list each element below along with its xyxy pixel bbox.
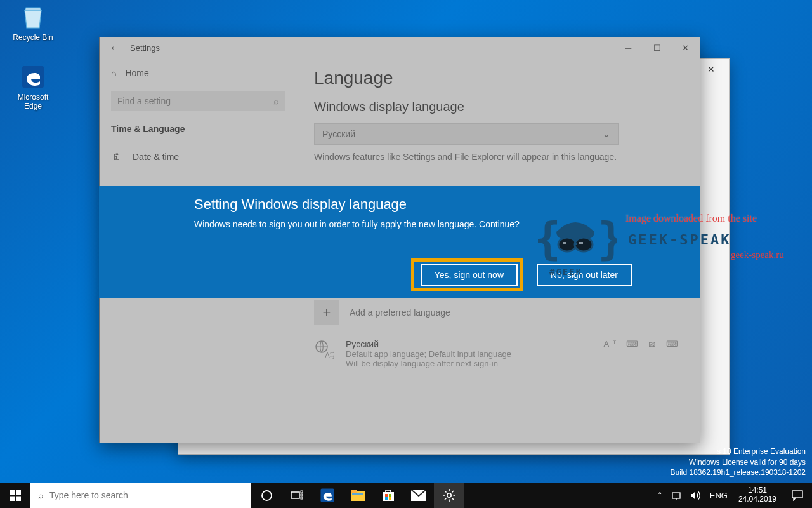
- desktop-icon-label: Microsoft Edge: [18, 93, 49, 110]
- modal-title: Setting Windows display language: [194, 196, 605, 213]
- svg-rect-26: [385, 497, 388, 500]
- svg-rect-13: [16, 496, 21, 501]
- signout-modal: Setting Windows display language Windows…: [99, 186, 700, 298]
- sidebar-item-datetime[interactable]: 🗓 Date & time: [100, 144, 296, 170]
- language-icon: A字: [314, 339, 334, 359]
- action-center-button[interactable]: [783, 490, 812, 501]
- svg-rect-25: [389, 494, 391, 497]
- add-language-label: Add a preferred language: [350, 307, 450, 318]
- tray-network-icon[interactable]: [667, 483, 686, 508]
- svg-rect-20: [351, 491, 365, 501]
- window-title: Settings: [130, 43, 160, 53]
- folder-icon: [351, 490, 365, 501]
- close-button[interactable]: ✕: [671, 38, 700, 57]
- taskbar-app-explorer[interactable]: [343, 483, 373, 508]
- system-tray: ˄ ENG 14:51 24.04.2019: [653, 483, 812, 508]
- svg-rect-18: [301, 497, 303, 499]
- eval-line: s 10 Enterprise Evaluation: [670, 446, 806, 457]
- gear-icon: [443, 489, 455, 502]
- sidebar-home[interactable]: ⌂ Home: [100, 60, 296, 86]
- display-language-dropdown[interactable]: Русский ⌄: [314, 123, 619, 145]
- svg-rect-21: [351, 490, 357, 493]
- calendar-icon: 🗓: [111, 152, 122, 162]
- svg-rect-27: [389, 497, 391, 500]
- sidebar-item-label: Date & time: [133, 152, 179, 162]
- sidebar-category: Time & Language: [100, 121, 296, 144]
- svg-rect-22: [352, 493, 363, 495]
- svg-line-35: [452, 498, 454, 500]
- language-sub1: Default app language; Default input lang…: [346, 349, 511, 359]
- desktop-watermark: s 10 Enterprise Evaluation Windows Licen…: [670, 446, 806, 478]
- back-button[interactable]: ←: [100, 41, 130, 55]
- start-button[interactable]: [0, 483, 30, 508]
- svg-text:A字: A字: [325, 351, 334, 359]
- search-icon: ⌕: [273, 96, 278, 106]
- sidebar-search[interactable]: ⌕: [111, 91, 285, 111]
- taskbar-app-store[interactable]: [373, 483, 403, 508]
- recycle-bin-icon: [20, 4, 46, 30]
- svg-point-29: [447, 493, 451, 497]
- windows-icon: [10, 490, 21, 501]
- taskbar-app-edge[interactable]: [312, 483, 343, 508]
- svg-line-34: [445, 491, 447, 493]
- svg-rect-24: [385, 494, 388, 497]
- task-view-icon: [291, 490, 303, 500]
- task-view-button[interactable]: [282, 483, 312, 508]
- yes-signout-button[interactable]: Yes, sign out now: [421, 264, 518, 286]
- network-icon: [671, 490, 681, 500]
- edge-icon: [20, 64, 46, 90]
- display-language-desc: Windows features like Settings and File …: [314, 151, 669, 163]
- svg-point-14: [262, 491, 272, 500]
- svg-rect-11: [16, 490, 21, 495]
- sidebar-home-label: Home: [125, 68, 148, 78]
- svg-line-36: [445, 498, 447, 500]
- tray-overflow[interactable]: ˄: [653, 483, 667, 508]
- watermark-line3: geek-speak.ru: [731, 250, 784, 260]
- home-icon: ⌂: [111, 68, 116, 78]
- eval-line: Build 18362.19h1_release.190318-1202: [670, 467, 806, 478]
- taskbar-search[interactable]: ⌕: [30, 483, 251, 508]
- language-sub2: Will be display language after next sign…: [346, 359, 511, 368]
- modal-text: Windows needs to sign you out in order t…: [194, 219, 605, 229]
- dropdown-value: Русский: [322, 129, 355, 139]
- mail-icon: [411, 490, 426, 501]
- language-row[interactable]: A字 Русский Default app language; Default…: [314, 339, 682, 368]
- desktop-icon-recycle-bin[interactable]: Recycle Bin: [9, 4, 57, 42]
- minimize-button[interactable]: ─: [614, 38, 643, 57]
- cortana-icon: [261, 490, 273, 502]
- desktop-icon-edge[interactable]: Microsoft Edge: [9, 64, 57, 110]
- taskbar: ⌕: [0, 483, 812, 508]
- taskbar-search-input[interactable]: [49, 490, 244, 500]
- add-language-button[interactable]: + Add a preferred language: [314, 300, 682, 325]
- tray-language[interactable]: ENG: [705, 483, 732, 508]
- plus-icon: +: [314, 300, 339, 325]
- settings-titlebar: ← Settings ─ ☐ ✕: [100, 37, 700, 58]
- tray-clock[interactable]: 14:51 24.04.2019: [732, 486, 783, 504]
- svg-rect-15: [291, 492, 299, 498]
- edge-icon: [319, 487, 336, 504]
- notification-icon: [792, 490, 803, 501]
- svg-line-37: [452, 491, 454, 493]
- svg-rect-16: [301, 491, 303, 493]
- svg-rect-12: [10, 496, 15, 501]
- eval-line: Windows License valid for 90 days: [670, 457, 806, 467]
- search-input[interactable]: [117, 96, 273, 106]
- taskbar-app-settings[interactable]: [434, 483, 464, 508]
- svg-rect-23: [383, 492, 394, 501]
- language-capabilities: Aᵀ ⌨ 🖭 ⌨: [603, 339, 682, 349]
- cortana-button[interactable]: [251, 483, 282, 508]
- no-signout-later-button[interactable]: No, sign out later: [537, 264, 632, 286]
- svg-rect-10: [10, 490, 15, 495]
- svg-rect-17: [301, 494, 303, 496]
- close-button[interactable]: ✕: [698, 60, 724, 78]
- svg-rect-38: [672, 493, 680, 498]
- volume-icon: [690, 491, 701, 500]
- tray-time: 14:51: [738, 486, 776, 495]
- store-icon: [381, 488, 395, 502]
- page-title: Language: [314, 68, 682, 88]
- chevron-down-icon: ⌄: [603, 129, 610, 139]
- language-name: Русский: [346, 339, 511, 349]
- taskbar-app-mail[interactable]: [403, 483, 434, 508]
- maximize-button[interactable]: ☐: [643, 38, 671, 57]
- tray-volume-icon[interactable]: [686, 483, 705, 508]
